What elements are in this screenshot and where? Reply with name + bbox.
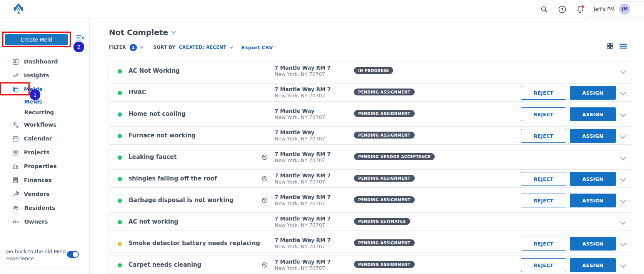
notification-dot [581,5,584,8]
row-expand-chevron-icon[interactable] [620,111,626,117]
meld-row[interactable]: Carpet needs cleaning 7 Mantle Way RM 7 … [108,256,632,274]
status-badge: PENDING ASSIGNMENT [354,110,415,117]
meld-title[interactable]: Leaking faucet [128,154,177,160]
status-badge: PENDING ASSIGNMENT [354,196,415,203]
sidebar-subitem-melds[interactable]: Melds [0,96,89,107]
meld-row[interactable]: shingles falling off the roof 7 Mantle W… [108,169,632,188]
meld-title[interactable]: AC not working [128,218,178,225]
overdue-clock-icon [262,262,268,270]
row-expand-chevron-icon[interactable] [620,241,626,247]
meld-row[interactable]: Furnace not working 7 Mantle Way New Yor… [108,126,632,145]
main-content: Not Complete FILTER 1 SORT BY CREATED: R… [90,18,644,274]
meld-row[interactable]: Garbage disposal is not working 7 Mantle… [108,191,632,209]
sidebar-item-residents[interactable]: Residents [0,201,89,215]
property-address: 7 Mantle Way New York, NY 70707 [275,129,325,142]
address-line2: New York, NY 70707 [275,71,331,78]
account-menu[interactable]: Jeff's PM JM [588,1,644,17]
dashboard-icon [12,58,19,65]
reject-button[interactable]: REJECT [521,86,566,100]
sidebar-item-projects[interactable]: Projects [0,145,89,159]
sidebar-item-insights[interactable]: Insights [0,68,89,82]
create-meld-button[interactable]: Create Meld [5,34,68,45]
reject-button[interactable]: REJECT [521,107,566,121]
sidebar-item-dashboard[interactable]: Dashboard [0,55,89,68]
meld-row[interactable]: Home not cooling 7 Mantle Way New York, … [108,105,632,123]
search-icon[interactable] [540,5,548,13]
divider [3,267,82,267]
avatar: JM [619,3,630,15]
meld-title[interactable]: shingles falling off the roof [128,175,217,182]
row-expand-chevron-icon[interactable] [620,154,626,160]
list-view-icon[interactable] [619,43,627,51]
row-expand-chevron-icon[interactable] [620,197,626,204]
address-line1: 7 Mantle Way [275,108,325,114]
assign-button[interactable]: ASSIGN [570,194,616,207]
meld-row[interactable]: AC not working 7 Mantle Way RM 7 New Yor… [108,212,632,231]
status-badge: IN PROGRESS [354,67,393,74]
row-actions: REJECT ASSIGN [521,194,616,207]
meld-title[interactable]: Garbage disposal is not working [128,197,234,204]
sort-value-dropdown[interactable]: CREATED: RECENT [179,45,226,50]
status-badge: PENDING ASSIGNMENT [354,261,415,268]
sidebar-item-vendors[interactable]: Vendors [0,187,89,201]
assign-button[interactable]: ASSIGN [570,258,616,272]
property-meld-logo[interactable] [13,3,24,17]
grid-view-icon[interactable] [606,42,614,51]
sidebar-item-label: Finances [24,177,52,183]
sidebar-item-calendar[interactable]: Calendar [0,132,89,145]
sidebar-item-properties[interactable]: Properties [0,159,89,173]
sidebar-item-finances[interactable]: Finances [0,173,89,187]
reject-button[interactable]: REJECT [521,237,566,251]
export-csv-link[interactable]: Export CSV [242,45,273,50]
reject-button[interactable]: REJECT [521,172,566,186]
reject-button[interactable]: REJECT [521,129,566,143]
row-expand-chevron-icon[interactable] [620,262,626,268]
address-line1: 7 Mantle Way RM 7 [275,86,331,93]
assign-button[interactable]: ASSIGN [570,129,616,143]
meld-row[interactable]: HVAC 7 Mantle Way RM 7 New York, NY 7070… [108,83,632,102]
row-actions: REJECT ASSIGN [521,258,616,272]
sidebar-item-label: Workflows [24,122,57,128]
meld-row[interactable]: AC Not Working 7 Mantle Way RM 7 New Yor… [108,62,632,80]
address-line1: 7 Mantle Way [275,129,325,136]
status-dot [118,134,122,138]
address-line2: New York, NY 70707 [275,136,325,142]
reject-button[interactable]: REJECT [521,194,566,207]
status-dot [118,91,122,95]
sidebar-subitem-recurring[interactable]: Recurring [0,107,89,118]
meld-title[interactable]: Smoke detector battery needs replacing [128,240,260,247]
help-icon[interactable]: ? [558,5,566,13]
meld-title[interactable]: Carpet needs cleaning [128,261,201,268]
row-expand-chevron-icon[interactable] [620,133,626,139]
sidebar-item-melds[interactable]: Melds [0,82,89,96]
address-line1: 7 Mantle Way RM 7 [275,259,331,265]
sort-chevron-icon[interactable] [229,45,233,49]
chevron-down-icon [171,29,176,34]
row-expand-chevron-icon[interactable] [620,68,626,74]
row-expand-chevron-icon[interactable] [620,219,626,225]
assign-button[interactable]: ASSIGN [570,86,616,100]
meld-title[interactable]: HVAC [128,89,146,96]
overdue-clock-icon [262,154,268,162]
old-experience-toggle[interactable] [67,251,79,258]
row-expand-chevron-icon[interactable] [620,90,626,96]
meld-title[interactable]: AC Not Working [128,67,180,74]
row-expand-chevron-icon[interactable] [620,176,626,182]
sidebar-item-workflows[interactable]: Workflows [0,118,89,132]
reject-button[interactable]: REJECT [521,258,566,272]
notification-bell-icon[interactable] [576,5,586,13]
status-dot [118,263,122,267]
meld-title[interactable]: Furnace not working [128,132,195,139]
meld-title[interactable]: Home not cooling [128,110,185,117]
status-badge: PENDING ESTIMATES [354,218,410,225]
assign-button[interactable]: ASSIGN [570,172,616,186]
address-line2: New York, NY 70707 [275,179,331,185]
meld-row[interactable]: Smoke detector battery needs replacing 7… [108,234,632,252]
property-address: 7 Mantle Way RM 7 New York, NY 70707 [275,151,331,164]
assign-button[interactable]: ASSIGN [570,237,616,251]
status-filter-dropdown[interactable]: Not Complete [109,28,175,37]
assign-button[interactable]: ASSIGN [570,107,616,121]
sidebar-item-owners[interactable]: Owners [0,215,89,229]
filter-chevron-icon[interactable] [140,45,143,49]
meld-row[interactable]: Leaking faucet 7 Mantle Way RM 7 New Yor… [108,148,632,166]
